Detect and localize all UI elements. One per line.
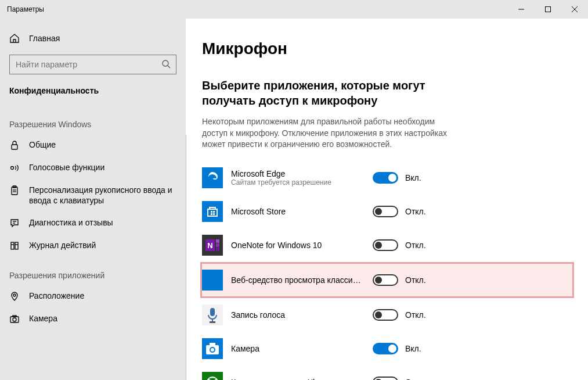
app-text: Microsoft Store xyxy=(231,207,365,216)
blank-icon xyxy=(202,270,223,291)
svg-rect-21 xyxy=(13,316,16,317)
sidebar-item-ink[interactable]: Персонализация рукописного ввода и ввода… xyxy=(0,179,186,211)
sidebar-item-location[interactable]: Расположение xyxy=(0,285,186,307)
camera-icon xyxy=(202,338,223,359)
window-title: Параметры xyxy=(7,5,44,13)
app-row: Запись голосаОткл. xyxy=(202,298,574,332)
app-name: Microsoft Store xyxy=(231,207,365,216)
svg-text:N: N xyxy=(207,241,212,250)
toggle-switch[interactable] xyxy=(373,172,398,184)
app-sub: Сайтам требуется разрешение xyxy=(231,178,365,187)
toggle-wrap: Откл. xyxy=(373,239,426,251)
sidebar-item-general[interactable]: Общие xyxy=(0,134,186,156)
location-icon xyxy=(9,291,20,302)
sidebar-item-label: Диагностика и отзывы xyxy=(29,217,113,228)
toggle-switch[interactable] xyxy=(373,206,398,217)
toggle-switch[interactable] xyxy=(373,343,398,354)
sidebar-item-label: Журнал действий xyxy=(29,240,96,250)
sidebar-item-label: Голосовые функции xyxy=(29,162,104,173)
toggle-switch[interactable] xyxy=(373,239,398,251)
sidebar-home[interactable]: Главная xyxy=(0,27,186,50)
toggle-wrap: Откл. xyxy=(373,377,426,380)
lock-icon xyxy=(9,140,20,150)
sidebar-item-label: Общие xyxy=(29,139,56,150)
maximize-button[interactable] xyxy=(535,0,561,19)
search-input[interactable] xyxy=(9,55,176,74)
toggle-switch[interactable] xyxy=(373,377,398,380)
toggle-wrap: Откл. xyxy=(373,206,426,217)
toggle-label: Откл. xyxy=(405,310,426,320)
app-name: Запись голоса xyxy=(231,310,365,320)
sidebar: Главная Конфиденциальность Разрешения Wi… xyxy=(0,19,186,380)
sidebar-item-label: Расположение xyxy=(29,291,84,301)
toggle-wrap: Откл. xyxy=(373,274,426,286)
history-icon xyxy=(9,241,20,251)
group-apps: Разрешения приложений xyxy=(0,257,186,285)
svg-rect-26 xyxy=(211,213,212,215)
clipboard-icon xyxy=(9,185,20,196)
svg-rect-1 xyxy=(546,7,551,12)
app-row: Веб-средство просмотра классиче...Откл. xyxy=(200,262,574,298)
app-row: Компаньон консоли XboxОткл. xyxy=(202,365,574,380)
titlebar: Параметры xyxy=(0,0,588,19)
svg-rect-36 xyxy=(210,308,215,316)
feedback-icon xyxy=(9,218,20,228)
xbox-icon xyxy=(202,372,223,380)
voice-icon xyxy=(9,163,20,173)
toggle-label: Откл. xyxy=(405,378,426,380)
sidebar-item-label: Персонализация рукописного ввода и ввода… xyxy=(29,185,176,206)
app-text: Веб-средство просмотра классиче... xyxy=(231,275,365,285)
app-name: Компаньон консоли Xbox xyxy=(231,378,365,380)
svg-rect-6 xyxy=(12,145,17,149)
svg-point-20 xyxy=(13,318,16,321)
svg-rect-32 xyxy=(216,243,219,247)
app-name: Веб-средство просмотра классиче... xyxy=(231,275,365,285)
edge-icon xyxy=(202,167,223,188)
svg-rect-25 xyxy=(213,211,215,213)
toggle-switch[interactable] xyxy=(373,309,398,321)
close-button[interactable] xyxy=(561,0,588,19)
toggle-label: Вкл. xyxy=(405,344,421,353)
sidebar-item-voice[interactable]: Голосовые функции xyxy=(0,156,186,179)
content: Микрофон Выберите приложения, которые мо… xyxy=(186,19,588,380)
section-title: Конфиденциальность xyxy=(0,83,186,106)
app-text: OneNote for Windows 10 xyxy=(231,241,365,250)
sidebar-item-label: Камера xyxy=(29,313,57,324)
app-text: Microsoft EdgeСайтам требуется разрешени… xyxy=(231,169,365,187)
minimize-button[interactable] xyxy=(508,0,535,19)
svg-rect-38 xyxy=(210,321,215,323)
svg-rect-34 xyxy=(202,270,223,291)
sidebar-item-camera[interactable]: Камера xyxy=(0,307,186,330)
page-title: Микрофон xyxy=(202,40,574,58)
app-name: Камера xyxy=(231,344,365,353)
svg-rect-8 xyxy=(12,187,17,195)
toggle-wrap: Вкл. xyxy=(373,172,421,184)
sidebar-item-activity[interactable]: Журнал действий xyxy=(0,234,186,257)
svg-rect-15 xyxy=(15,242,18,249)
app-row: NOneNote for Windows 10Откл. xyxy=(202,228,574,262)
app-row: Microsoft StoreОткл. xyxy=(202,195,574,228)
toggle-label: Откл. xyxy=(405,275,426,285)
toggle-label: Откл. xyxy=(405,241,426,250)
toggle-label: Вкл. xyxy=(405,173,421,182)
toggle-switch[interactable] xyxy=(373,274,398,286)
onenote-icon: N xyxy=(202,235,223,256)
toggle-wrap: Откл. xyxy=(373,309,426,321)
svg-point-42 xyxy=(211,348,214,352)
toggle-wrap: Вкл. xyxy=(373,343,421,354)
svg-point-18 xyxy=(13,294,16,296)
svg-rect-22 xyxy=(202,167,223,188)
sidebar-item-diag[interactable]: Диагностика и отзывы xyxy=(0,211,186,234)
svg-rect-24 xyxy=(211,211,212,213)
svg-rect-14 xyxy=(11,242,14,249)
svg-rect-33 xyxy=(216,248,219,251)
svg-point-4 xyxy=(163,60,168,66)
app-name: OneNote for Windows 10 xyxy=(231,241,365,250)
group-windows: Разрешения Windows xyxy=(0,106,186,134)
app-text: Компаньон консоли Xbox xyxy=(231,378,365,380)
app-row: Microsoft EdgeСайтам требуется разрешени… xyxy=(202,161,574,195)
svg-rect-43 xyxy=(210,343,215,345)
app-text: Камера xyxy=(231,344,365,353)
sidebar-home-label: Главная xyxy=(29,34,60,43)
svg-line-5 xyxy=(168,66,170,68)
